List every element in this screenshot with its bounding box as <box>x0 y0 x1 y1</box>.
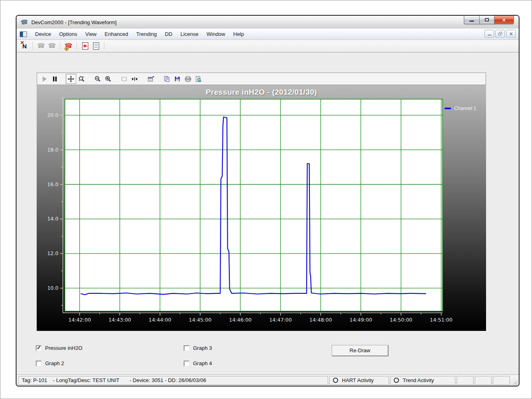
mdi-child-icon[interactable] <box>20 31 27 37</box>
chart-zoom-in-button[interactable] <box>103 74 113 84</box>
chart-pause-button[interactable] <box>50 74 60 84</box>
trend-chart[interactable]: 10.012.014.016.018.020.014:42:0014:43:00… <box>37 85 486 331</box>
svg-text:14:42:00: 14:42:00 <box>68 317 91 323</box>
status-panel-empty <box>475 376 492 385</box>
save-icon <box>174 76 181 82</box>
chart-copy-button[interactable] <box>162 74 172 84</box>
close-button[interactable]: × <box>495 16 514 24</box>
chart-play-button[interactable] <box>39 74 50 84</box>
menu-item-window[interactable]: Window <box>203 29 229 39</box>
svg-text:14:46:00: 14:46:00 <box>229 317 251 323</box>
menu-item-license[interactable]: License <box>177 29 203 39</box>
svg-text:14:47:00: 14:47:00 <box>269 317 292 323</box>
screenshot-page: ☎ DevCom2000 - [Trending Waveform] × Dev… <box>0 0 532 399</box>
legend-label-channel1: Channel 1 <box>454 106 476 111</box>
checkbox-graph2-label: Graph 2 <box>45 360 64 366</box>
resize-grip[interactable] <box>511 379 517 385</box>
redraw-button[interactable]: Re-Draw <box>332 345 388 356</box>
copy-icon <box>164 76 170 82</box>
pan-icon <box>68 76 74 82</box>
chart-zoom-out-button[interactable] <box>92 74 103 84</box>
checkbox-graph2-box[interactable] <box>36 361 42 366</box>
title-bar[interactable]: ☎ DevCom2000 - [Trending Waveform] × <box>17 16 519 29</box>
abort-communication-button[interactable]: N ✕ <box>20 41 29 51</box>
svg-text:16.0: 16.0 <box>47 181 58 187</box>
svg-text:14:49:00: 14:49:00 <box>349 317 372 323</box>
menu-item-enhanced[interactable]: Enhanced <box>101 29 133 39</box>
toolbar-separator <box>104 42 104 50</box>
chart-title: Pressure inH2O - (2012/01/30) <box>37 88 486 97</box>
mdi-close-button[interactable]: × <box>506 30 516 37</box>
svg-text:14:45:00: 14:45:00 <box>189 317 212 323</box>
chart-save-button[interactable] <box>172 74 183 84</box>
pause-icon <box>52 76 58 82</box>
checkbox-pressure-box[interactable] <box>36 345 42 351</box>
abort-x-icon: ✕ <box>20 40 24 45</box>
mdi-window-controls: × <box>484 30 516 37</box>
status-panel-empty <box>457 376 474 385</box>
main-toolbar: N ✕ ☎ ☎ ☎ ? <box>17 40 519 52</box>
menu-item-options[interactable]: Options <box>55 29 81 39</box>
svg-text:14:43:00: 14:43:00 <box>108 317 131 323</box>
minimize-icon <box>470 21 474 22</box>
mdi-minimize-button[interactable] <box>484 30 494 37</box>
chart-pan-button[interactable] <box>66 74 76 84</box>
svg-text:10.0: 10.0 <box>47 285 58 291</box>
minimize-button[interactable] <box>464 16 479 24</box>
mdi-close-icon: × <box>509 31 513 37</box>
maximize-button[interactable] <box>479 16 495 24</box>
svg-text:20.0: 20.0 <box>47 112 58 118</box>
chart-zoom-window-button[interactable] <box>76 74 87 84</box>
hart-activity-led-icon <box>333 378 338 383</box>
checkbox-graph4-box[interactable] <box>184 361 189 366</box>
checkbox-pressure-label: Pressure inH2O <box>45 345 82 351</box>
menu-item-dd[interactable]: DD <box>161 29 177 39</box>
connect-device-button[interactable]: ☎ <box>36 41 46 51</box>
checkbox-graph4[interactable]: Graph 4 <box>184 360 212 366</box>
connect-device-icon: ☎ <box>37 43 45 49</box>
toolbar-separator <box>60 42 60 50</box>
toolbar-separator <box>77 42 77 50</box>
checkbox-graph3[interactable]: Graph 3 <box>184 345 212 351</box>
zoom-out-icon <box>94 76 101 82</box>
menu-item-trending[interactable]: Trending <box>132 29 161 39</box>
svg-text:14:44:00: 14:44:00 <box>149 317 171 323</box>
axis-markers-icon <box>131 76 138 82</box>
mdi-restore-button[interactable] <box>495 30 505 37</box>
trend-waveform-button[interactable] <box>80 41 90 51</box>
chart-legend: Channel 1 <box>445 106 476 111</box>
status-bar: Tag: P-101 - LongTag/Desc: TEST UNIT - D… <box>17 374 519 386</box>
disconnect-device-button[interactable]: ☎ <box>47 41 57 51</box>
chart-properties-button[interactable] <box>145 74 156 84</box>
hart-activity-panel: HART Activity <box>329 376 389 385</box>
trend-activity-panel: Trend Activity <box>390 376 455 385</box>
status-panel-empty <box>493 376 510 385</box>
menu-item-help[interactable]: Help <box>229 29 248 39</box>
mdi-client-area: 10.012.014.016.018.020.014:42:0014:43:00… <box>17 52 519 374</box>
legend-swatch-channel1 <box>445 108 451 109</box>
chart-print-button[interactable] <box>183 74 193 84</box>
query-device-button[interactable]: ☎ ? <box>64 41 73 51</box>
chart-select-region-button[interactable] <box>119 74 129 84</box>
svg-text:12.0: 12.0 <box>47 250 58 256</box>
trend-plot[interactable]: 10.012.014.016.018.020.014:42:0014:43:00… <box>37 85 486 331</box>
chart-axis-markers-button[interactable] <box>129 74 140 84</box>
svg-text:14:50:00: 14:50:00 <box>390 317 412 323</box>
mdi-minimize-icon <box>488 35 491 35</box>
chart-print-preview-button[interactable] <box>193 74 204 84</box>
device-report-button[interactable] <box>91 41 101 51</box>
window-title: DevCom2000 - [Trending Waveform] <box>31 19 116 25</box>
svg-text:18.0: 18.0 <box>47 147 58 153</box>
zoom-window-icon <box>78 76 85 82</box>
question-badge-icon: ? <box>64 47 69 51</box>
menu-item-view[interactable]: View <box>81 29 101 39</box>
menu-item-device[interactable]: Device <box>31 29 55 39</box>
hart-activity-label: HART Activity <box>342 377 374 383</box>
trend-waveform-icon <box>82 42 88 50</box>
print-preview-icon <box>195 76 202 82</box>
maximize-icon <box>485 18 489 21</box>
checkbox-pressure[interactable]: Pressure inH2O <box>36 345 82 351</box>
checkbox-graph3-box[interactable] <box>184 345 189 351</box>
window-controls: × <box>464 16 514 24</box>
checkbox-graph2[interactable]: Graph 2 <box>36 360 64 366</box>
